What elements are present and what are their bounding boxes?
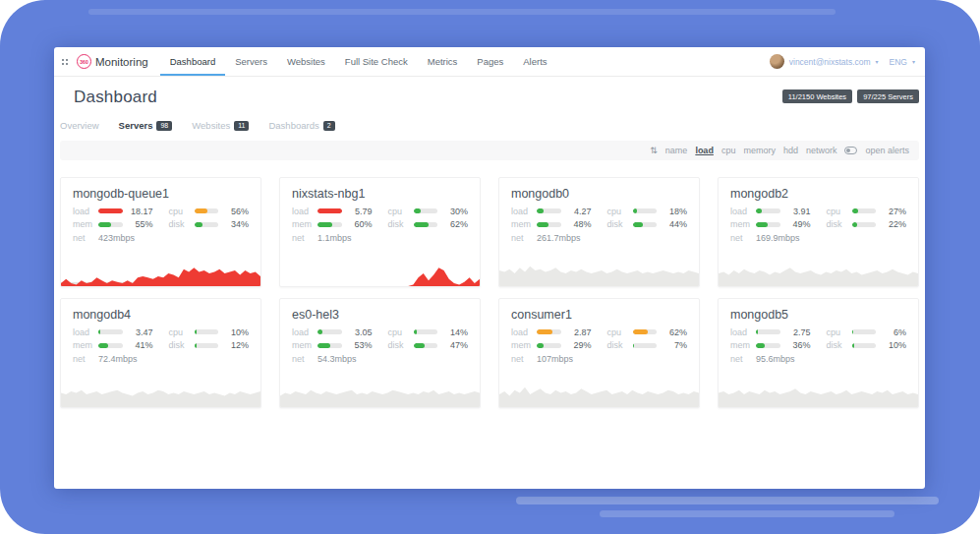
server-card[interactable]: nixstats-nbg1load5.79mem60%net1.1mbpscpu… [279, 177, 481, 287]
tab-count-badge: 11 [234, 121, 249, 131]
net-value: 1.1mbps [317, 233, 352, 243]
server-card[interactable]: mongodb-queue1load18.17mem55%net423mbpsc… [60, 177, 261, 287]
logo-360-icon: 360 [77, 54, 91, 69]
metric-value: 14% [442, 327, 468, 337]
metric-row-net: net107mbps [511, 354, 592, 363]
app-grid-icon[interactable] [60, 57, 70, 67]
metric-label: cpu [607, 327, 628, 337]
metric-row-cpu: cpu30% [388, 207, 469, 215]
server-card[interactable]: mongodb4load3.47mem41%net72.4mbpscpu10%d… [60, 298, 261, 408]
metric-label: cpu [169, 207, 190, 216]
sort-option-hdd[interactable]: hdd [783, 146, 798, 155]
metric-row-cpu: cpu14% [388, 327, 469, 336]
metric-label: mem [730, 219, 751, 229]
net-value: 261.7mbps [537, 233, 581, 243]
user-email-menu[interactable]: vincent@nixstats.com [789, 57, 871, 67]
metrics-col-2: cpu56%disk34% [169, 207, 250, 242]
metric-row-net: net1.1mbps [292, 233, 373, 242]
metric-bar-track [633, 329, 658, 334]
metric-label: mem [511, 219, 532, 229]
metric-label: disk [169, 340, 190, 350]
metric-value: 12% [223, 340, 249, 350]
server-name: mongodb-queue1 [61, 178, 260, 207]
metric-value: 49% [785, 219, 811, 229]
metric-bar-fill [98, 329, 100, 334]
metric-row-mem: mem41% [73, 341, 153, 350]
open-alerts-toggle-icon[interactable] [844, 147, 857, 154]
server-name: mongodb0 [499, 178, 699, 207]
metric-row-load: load2.87 [511, 327, 592, 336]
sort-option-memory[interactable]: memory [743, 146, 776, 155]
tab-overview[interactable]: Overview [60, 120, 99, 131]
metric-row-mem: mem53% [292, 341, 373, 350]
background-streak [600, 510, 894, 517]
nav-item-servers[interactable]: Servers [225, 47, 277, 76]
sparkline-chart [499, 375, 699, 407]
open-alerts-label[interactable]: open alerts [865, 146, 909, 155]
metrics-col-2: cpu18%disk44% [607, 207, 688, 242]
tab-websites[interactable]: Websites11 [192, 120, 249, 131]
metric-label: disk [607, 219, 628, 229]
sort-options: nameloadcpumemoryhddnetwork [665, 146, 837, 155]
metrics-col-1: load4.27mem48%net261.7mbps [511, 207, 592, 242]
metric-bar-fill [852, 222, 857, 227]
metric-row-cpu: cpu27% [827, 207, 907, 215]
server-card[interactable]: consumer1load2.87mem29%net107mbpscpu62%d… [498, 298, 700, 408]
server-card[interactable]: mongodb0load4.27mem48%net261.7mbpscpu18%… [498, 177, 700, 287]
logo[interactable]: 360 Monitoring [77, 54, 148, 69]
server-card[interactable]: es0-hel3load3.05mem53%net54.3mbpscpu14%d… [279, 298, 481, 408]
metric-bar-fill [414, 329, 417, 334]
avatar[interactable] [770, 54, 784, 69]
nav-item-pages[interactable]: Pages [467, 47, 513, 76]
metric-label: cpu [827, 207, 847, 216]
nav-item-metrics[interactable]: Metrics [418, 47, 468, 76]
metric-row-load: load3.91 [730, 207, 811, 215]
tab-count-badge: 98 [156, 121, 172, 131]
tab-dashboards[interactable]: Dashboards2 [268, 120, 334, 131]
main-nav: DashboardServersWebsitesFull Site CheckM… [160, 47, 557, 76]
metric-bar-track [633, 343, 658, 348]
metric-bar-track [98, 343, 123, 348]
nav-item-alerts[interactable]: Alerts [513, 47, 556, 76]
server-card[interactable]: mongodb5load2.75mem36%net95.6mbpscpu6%di… [718, 298, 919, 408]
metric-bar-track [756, 222, 780, 227]
sort-option-name[interactable]: name [665, 146, 688, 155]
metric-bar-fill [317, 343, 330, 348]
metrics-col-2: cpu30%disk62% [388, 207, 469, 242]
metric-bar-fill [633, 222, 644, 227]
metric-bar-track [98, 208, 123, 213]
server-name: consumer1 [499, 299, 699, 327]
metric-label: mem [511, 340, 532, 350]
metrics-col-1: load18.17mem55%net423mbps [73, 207, 153, 242]
sort-option-cpu[interactable]: cpu [721, 146, 736, 155]
sort-option-network[interactable]: network [806, 146, 837, 155]
tab-count-badge: 2 [323, 121, 335, 131]
sparkline-chart [719, 254, 918, 286]
language-menu[interactable]: ENG [890, 57, 907, 67]
metric-row-load: load3.47 [73, 327, 153, 336]
metric-label: load [730, 327, 751, 337]
nav-item-dashboard[interactable]: Dashboard [160, 47, 225, 76]
metrics: load2.87mem29%net107mbpscpu62%disk7% [499, 327, 699, 363]
navbar-right: vincent@nixstats.com ▾ ENG ▾ [770, 47, 915, 76]
metric-value: 29% [566, 340, 592, 350]
metric-row-cpu: cpu56% [169, 207, 250, 215]
nav-item-websites[interactable]: Websites [277, 47, 335, 76]
metric-value: 7% [662, 340, 687, 350]
tab-servers[interactable]: Servers98 [119, 120, 173, 131]
metric-value: 27% [881, 207, 906, 216]
metric-label: disk [388, 219, 409, 229]
server-card[interactable]: mongodb2load3.91mem49%net169.9mbpscpu27%… [718, 177, 919, 287]
metrics-col-1: load2.87mem29%net107mbps [511, 327, 592, 363]
metrics-col-2: cpu27%disk22% [827, 207, 907, 242]
sort-option-load[interactable]: load [695, 146, 714, 155]
metric-label: mem [73, 219, 93, 229]
metric-bar-track [195, 329, 219, 334]
metric-value: 62% [442, 219, 468, 229]
metric-bar-track [537, 208, 561, 213]
metric-row-net: net54.3mbps [292, 354, 373, 363]
sparkline-chart [280, 375, 480, 407]
nav-item-full-site-check[interactable]: Full Site Check [335, 47, 418, 76]
metric-label: net [730, 354, 751, 364]
server-name: mongodb5 [719, 299, 918, 327]
